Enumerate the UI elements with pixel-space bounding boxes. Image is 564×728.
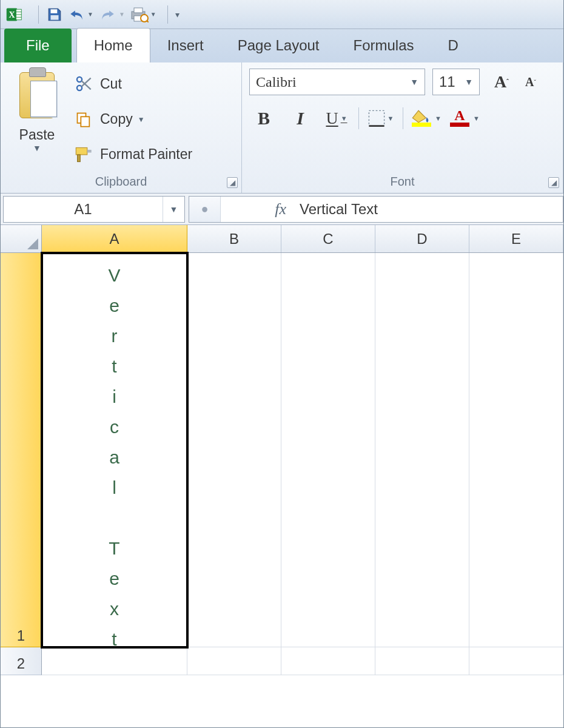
copy-button[interactable]: Copy ▼: [73, 106, 238, 133]
fx-icon[interactable]: fx: [221, 200, 294, 218]
column-header-E[interactable]: E: [469, 225, 563, 252]
clipboard-dialog-launcher[interactable]: ◢: [227, 177, 238, 188]
row-header-2[interactable]: 2: [1, 647, 42, 675]
qat-separator: [38, 5, 39, 24]
ribbon: Paste ▼ Cut Copy ▼: [1, 62, 563, 194]
font-size-combo[interactable]: 11 ▼: [432, 69, 480, 95]
clipboard-caption: Clipboard ◢: [1, 172, 241, 193]
print-dropdown[interactable]: ▼: [150, 11, 156, 18]
svg-rect-21: [369, 110, 384, 126]
font-color-button[interactable]: A ▼: [449, 105, 480, 132]
svg-rect-18: [81, 116, 89, 126]
borders-button[interactable]: ▼: [366, 105, 395, 132]
cell-D2[interactable]: [375, 647, 469, 675]
save-icon[interactable]: [45, 5, 64, 24]
svg-text:X: X: [8, 10, 15, 19]
column-header-B[interactable]: B: [187, 225, 281, 252]
font-name-dropdown[interactable]: ▼: [410, 77, 418, 87]
copy-dropdown[interactable]: ▼: [138, 115, 145, 124]
format-painter-icon: [73, 145, 94, 164]
paste-label: Paste: [19, 127, 55, 143]
underline-dropdown[interactable]: ▼: [341, 115, 347, 122]
row-header-1[interactable]: 1: [1, 253, 42, 647]
svg-point-13: [77, 86, 82, 90]
copy-icon: [73, 110, 94, 129]
cell-A1[interactable]: Vertical Text: [42, 253, 187, 647]
font-name-combo[interactable]: Calibri ▼: [249, 69, 425, 95]
tab-insert[interactable]: Insert: [150, 29, 221, 62]
formula-bar-value[interactable]: Vertical Text: [294, 201, 563, 218]
grow-font-button[interactable]: Aˆ: [488, 69, 515, 95]
cell-B2[interactable]: [187, 647, 281, 675]
svg-point-14: [77, 77, 82, 82]
font-color-dropdown[interactable]: ▼: [473, 115, 480, 122]
copy-label: Copy: [100, 111, 133, 127]
redo-icon[interactable]: [98, 5, 118, 24]
font-name-value: Calibri: [256, 74, 297, 90]
select-all-corner[interactable]: [1, 225, 42, 252]
shrink-font-button[interactable]: Aˇ: [517, 69, 544, 95]
format-painter-label: Format Painter: [100, 146, 192, 163]
worksheet: ABCDE 1Vertical Text2: [1, 225, 563, 727]
cell-E2[interactable]: [469, 647, 563, 675]
svg-rect-19: [76, 147, 87, 155]
font-size-dropdown[interactable]: ▼: [465, 77, 473, 87]
svg-rect-6: [51, 9, 58, 13]
ribbon-tabs: File Home Insert Page Layout Formulas D: [1, 29, 563, 62]
undo-icon[interactable]: [67, 5, 86, 24]
customize-qat-dropdown[interactable]: ▾: [175, 10, 180, 19]
svg-rect-9: [134, 8, 143, 13]
undo-dropdown[interactable]: ▼: [87, 11, 93, 18]
column-header-A[interactable]: A: [42, 225, 187, 252]
font-color-icon: A: [449, 110, 471, 127]
font-size-value: 11: [439, 73, 455, 90]
scissors-icon: [73, 74, 94, 93]
fill-color-button[interactable]: ▼: [411, 105, 441, 132]
group-font: Calibri ▼ 11 ▼ Aˆ Aˇ: [242, 62, 563, 193]
format-painter-button[interactable]: Format Painter: [73, 141, 238, 168]
paste-button[interactable]: Paste ▼: [5, 66, 69, 172]
redo-dropdown[interactable]: ▼: [119, 11, 125, 18]
column-header-D[interactable]: D: [375, 225, 469, 252]
tab-home[interactable]: Home: [76, 28, 150, 62]
italic-button[interactable]: I: [286, 105, 315, 132]
column-header-C[interactable]: C: [281, 225, 375, 252]
excel-logo-icon: X: [5, 6, 22, 23]
borders-dropdown[interactable]: ▼: [388, 115, 394, 122]
tab-file[interactable]: File: [4, 29, 72, 62]
svg-rect-20: [78, 155, 81, 162]
paste-dropdown[interactable]: ▼: [33, 143, 41, 153]
svg-line-12: [147, 21, 149, 22]
tab-formulas[interactable]: Formulas: [337, 29, 431, 62]
font-dialog-launcher[interactable]: ◢: [548, 177, 559, 188]
font-separator-1: [358, 107, 359, 129]
cell-C1[interactable]: [281, 253, 375, 647]
fill-color-icon: [411, 110, 432, 127]
cell-content-vertical: Vertical Text: [42, 253, 187, 647]
formula-bar-row: A1 ▼ ● fx Vertical Text: [1, 194, 563, 225]
formula-bar-buttons: ●: [189, 197, 221, 222]
cell-B1[interactable]: [187, 253, 281, 647]
cell-C2[interactable]: [281, 647, 375, 675]
column-headers-row: ABCDE: [1, 225, 563, 253]
fill-color-dropdown[interactable]: ▼: [435, 115, 441, 122]
font-caption: Font ◢: [242, 172, 563, 193]
name-box-dropdown[interactable]: ▼: [163, 197, 184, 222]
name-box-value: A1: [4, 201, 163, 218]
cut-label: Cut: [100, 76, 122, 92]
group-clipboard: Paste ▼ Cut Copy ▼: [1, 62, 242, 193]
underline-button[interactable]: U▼: [322, 105, 351, 132]
print-preview-icon[interactable]: [130, 5, 149, 24]
tab-page-layout[interactable]: Page Layout: [221, 29, 337, 62]
qat-separator-2: [167, 5, 168, 24]
bold-button[interactable]: B: [249, 105, 278, 132]
name-box[interactable]: A1 ▼: [3, 196, 185, 223]
excel-window: X ▼ ▼ ▼ ▾ File Home Insert Page Layout F…: [0, 0, 564, 728]
formula-bar[interactable]: ● fx Vertical Text: [189, 196, 563, 223]
cell-E1[interactable]: [469, 253, 563, 647]
cut-button[interactable]: Cut: [73, 70, 238, 97]
grid-rows: 1Vertical Text2: [1, 253, 563, 727]
font-separator-2: [403, 107, 403, 129]
cell-D1[interactable]: [375, 253, 469, 647]
tab-data-partial[interactable]: D: [431, 29, 475, 62]
